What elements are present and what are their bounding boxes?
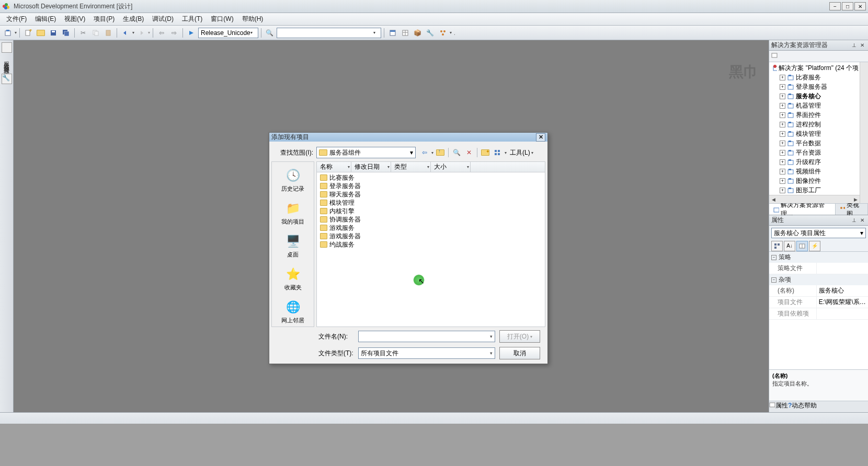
cut-button[interactable]: ✂ [77,27,89,39]
menu-build[interactable]: 生成(B) [119,13,148,25]
new-folder-button[interactable]: ✦ [479,147,491,158]
property-row[interactable]: (名称)服务核心 [769,285,868,297]
solution-root[interactable]: 解决方案 "Platform" (24 个项 [770,63,859,73]
menu-tools[interactable]: 工具(T) [178,13,207,25]
find-in-files-button[interactable]: 🔍 [264,27,276,39]
expander-icon[interactable]: + [780,75,785,80]
tree-node[interactable]: +升级程序 [770,157,859,167]
open-button[interactable] [35,27,47,39]
alphabetical-button[interactable]: A↓ [784,241,795,251]
file-list[interactable]: 比赛服务 登录服务器 聊天服务器 模块管理 内核引擎 协调服务器 游戏服务 游戏… [317,172,545,327]
toolbox-button[interactable]: 🔧 [425,27,436,39]
menu-debug[interactable]: 调试(D) [148,13,178,25]
menu-file[interactable]: 文件(F) [2,13,31,25]
tree-node[interactable]: +服务核心 [770,91,859,101]
refresh-button[interactable] [771,52,782,61]
pin-icon[interactable]: ⊥ [850,42,858,49]
expander-icon[interactable]: + [780,112,785,118]
add-item-button[interactable]: + [22,27,34,39]
tree-node[interactable]: +视频组件 [770,167,859,176]
save-button[interactable] [48,27,59,39]
open-button[interactable]: 打开(O)▾ [499,330,540,343]
up-button[interactable]: ↑ [435,147,446,158]
tree-node[interactable]: +平台数据 [770,138,859,148]
solution-tree[interactable]: 解决方案 "Platform" (24 个项 +比赛服务+登录服务器+服务核心+… [769,62,868,203]
filetype-combo[interactable]: 所有项目文件▾ [358,347,495,359]
tree-node[interactable]: +比赛服务 [770,73,859,82]
delete-button[interactable]: ✕ [463,147,475,158]
place-desktop[interactable]: 🖥️桌面 [275,231,311,261]
dialog-close-button[interactable]: ✕ [536,133,545,142]
dialog-titlebar[interactable]: 添加现有项目 ✕ [269,133,547,142]
place-history[interactable]: 🕓历史记录 [275,165,311,195]
expander-icon[interactable]: + [780,141,785,146]
expander-icon[interactable]: + [780,150,785,156]
expander-icon[interactable]: + [780,103,785,109]
col-size[interactable]: 大小▾ [431,162,471,172]
property-row[interactable]: 策略文件 [769,263,868,274]
pin-icon[interactable]: ⊥ [850,217,858,224]
list-item[interactable]: 约战服务 [318,240,544,249]
tree-node[interactable]: +机器管理 [770,101,859,110]
property-row[interactable]: 项目文件E:\网狐荣耀\系统模 [769,297,868,308]
tree-node[interactable]: +图形工厂 [770,185,859,195]
col-name[interactable]: 名称▾ [317,162,351,172]
list-item[interactable]: 聊天服务器 [318,190,544,199]
list-item[interactable]: 游戏服务器 [318,232,544,240]
col-date[interactable]: 修改日期▾ [351,162,391,172]
col-type[interactable]: 类型▾ [391,162,431,172]
expander-icon[interactable]: + [780,94,785,99]
properties-selector[interactable]: 服务核心 项目属性 ▾ [771,228,866,238]
server-explorer-icon[interactable] [2,42,12,53]
menu-project[interactable]: 项目(P) [89,13,119,25]
place-myprojects[interactable]: 📁我的项目 [275,198,311,228]
object-browser-button[interactable]: 📦 [412,27,424,39]
list-item[interactable]: 游戏服务 [318,224,544,232]
class-view-button[interactable] [437,27,449,39]
tab-class-view[interactable]: 类视图 [836,204,868,215]
list-item[interactable]: 模块管理 [318,199,544,207]
save-all-button[interactable] [60,27,72,39]
expander-icon[interactable]: + [780,131,785,137]
redo-button[interactable] [135,27,147,39]
cancel-button[interactable]: 取消 [499,347,540,359]
tab-dynamic-help[interactable]: ?动态帮助 [788,401,817,412]
undo-button[interactable] [120,27,131,39]
properties-grid[interactable]: −策略 策略文件 −杂项 (名称)服务核心 项目文件E:\网狐荣耀\系统模 项目… [769,252,868,369]
tree-node[interactable]: +图像控件 [770,176,859,185]
expander-icon[interactable]: + [780,84,785,90]
tab-properties[interactable]: 属性 [769,401,788,412]
properties-button[interactable] [399,27,411,39]
list-item[interactable]: 登录服务器 [318,182,544,190]
search-button[interactable]: 🔍 [451,147,462,158]
place-network[interactable]: 🌐网上邻居 [275,297,311,327]
close-button[interactable]: ✕ [854,2,866,10]
tree-node[interactable]: +平台资源 [770,148,859,157]
tree-node[interactable]: +进程控制 [770,120,859,129]
tree-node[interactable]: +登录服务器 [770,82,859,91]
hscrollbar[interactable]: ◀▶ [769,195,860,203]
views-button[interactable] [492,147,504,158]
expander-icon[interactable]: + [780,169,785,174]
expander-icon[interactable]: + [780,159,785,165]
lookin-combo[interactable]: 服务器组件 ▾ [316,147,416,158]
panel-close-icon[interactable]: ✕ [859,217,866,224]
tools-dropdown[interactable]: 工具(L) ▾ [508,148,535,157]
paste-button[interactable] [102,27,114,39]
filename-input[interactable]: ▾ [358,331,495,342]
menu-window[interactable]: 窗口(W) [207,13,237,25]
list-item[interactable]: 内核引擎 [318,207,544,215]
category-row[interactable]: −策略 [769,252,868,263]
minimize-button[interactable]: − [829,2,841,10]
menu-view[interactable]: 视图(V) [60,13,89,25]
expander-icon[interactable]: + [780,122,785,127]
new-project-button[interactable] [2,27,14,39]
events-button[interactable]: ⚡ [809,241,820,251]
maximize-button[interactable]: □ [842,2,853,10]
expander-icon[interactable]: + [780,178,785,184]
menu-edit[interactable]: 编辑(E) [31,13,60,25]
list-item[interactable]: 协调服务器 [318,215,544,224]
panel-close-icon[interactable]: ✕ [859,42,866,49]
server-explorer-label[interactable]: 服务器资源管理器 [3,55,10,67]
toolbox-rail-icon[interactable]: 🔧 [2,74,12,84]
